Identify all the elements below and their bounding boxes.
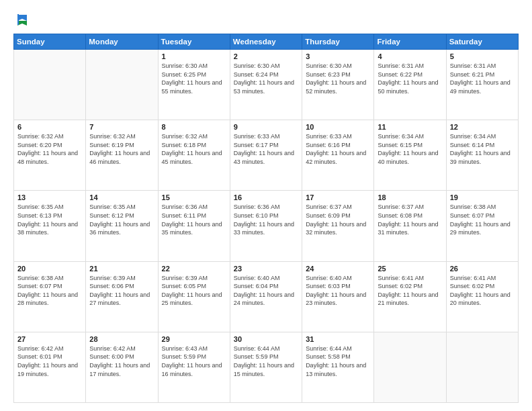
day-info: Sunrise: 6:31 AMSunset: 6:22 PMDaylight:… [378, 62, 442, 95]
calendar-cell: 4Sunrise: 6:31 AMSunset: 6:22 PMDaylight… [374, 50, 446, 120]
week-row-1: 1Sunrise: 6:30 AMSunset: 6:25 PMDaylight… [14, 50, 519, 120]
day-number: 19 [450, 193, 515, 201]
day-number: 2 [234, 52, 298, 60]
day-info: Sunrise: 6:43 AMSunset: 5:59 PMDaylight:… [162, 345, 226, 378]
calendar-cell: 9Sunrise: 6:33 AMSunset: 6:17 PMDaylight… [230, 120, 302, 191]
calendar-cell: 7Sunrise: 6:32 AMSunset: 6:19 PMDaylight… [86, 120, 158, 191]
weekday-header-thursday: Thursday [302, 34, 374, 50]
calendar-cell: 1Sunrise: 6:30 AMSunset: 6:25 PMDaylight… [158, 50, 230, 120]
day-info: Sunrise: 6:32 AMSunset: 6:20 PMDaylight:… [17, 132, 82, 166]
day-number: 22 [162, 265, 226, 273]
day-number: 24 [306, 265, 370, 273]
day-number: 14 [89, 193, 154, 201]
day-info: Sunrise: 6:41 AMSunset: 6:02 PMDaylight:… [450, 274, 515, 308]
weekday-header-sunday: Sunday [14, 34, 86, 50]
calendar-cell: 25Sunrise: 6:41 AMSunset: 6:02 PMDayligh… [374, 261, 446, 332]
day-number: 9 [234, 123, 298, 131]
day-number: 23 [234, 265, 298, 273]
calendar-cell: 31Sunrise: 6:44 AMSunset: 5:58 PMDayligh… [302, 332, 374, 402]
calendar-cell: 21Sunrise: 6:39 AMSunset: 6:06 PMDayligh… [86, 261, 158, 332]
calendar-cell: 16Sunrise: 6:36 AMSunset: 6:10 PMDayligh… [230, 191, 302, 261]
page: SundayMondayTuesdayWednesdayThursdayFrid… [0, 0, 532, 411]
week-row-3: 13Sunrise: 6:35 AMSunset: 6:13 PMDayligh… [14, 191, 519, 261]
day-number: 1 [162, 52, 226, 60]
day-info: Sunrise: 6:38 AMSunset: 6:07 PMDaylight:… [450, 203, 515, 236]
day-info: Sunrise: 6:30 AMSunset: 6:23 PMDaylight:… [306, 62, 370, 95]
calendar-cell: 3Sunrise: 6:30 AMSunset: 6:23 PMDaylight… [302, 50, 374, 120]
day-info: Sunrise: 6:37 AMSunset: 6:09 PMDaylight:… [306, 203, 370, 236]
week-row-2: 6Sunrise: 6:32 AMSunset: 6:20 PMDaylight… [14, 120, 519, 191]
calendar-cell: 18Sunrise: 6:37 AMSunset: 6:08 PMDayligh… [374, 191, 446, 261]
calendar-cell [374, 332, 446, 402]
weekday-header-row: SundayMondayTuesdayWednesdayThursdayFrid… [14, 34, 519, 50]
logo-text [13, 12, 30, 27]
weekday-header-monday: Monday [86, 34, 158, 50]
calendar-cell: 11Sunrise: 6:34 AMSunset: 6:15 PMDayligh… [374, 120, 446, 191]
day-info: Sunrise: 6:30 AMSunset: 6:25 PMDaylight:… [162, 62, 226, 95]
calendar-cell [86, 50, 158, 120]
day-number: 6 [17, 123, 82, 131]
day-info: Sunrise: 6:42 AMSunset: 6:00 PMDaylight:… [89, 345, 154, 378]
calendar-cell: 19Sunrise: 6:38 AMSunset: 6:07 PMDayligh… [446, 191, 518, 261]
weekday-header-wednesday: Wednesday [230, 34, 302, 50]
day-info: Sunrise: 6:34 AMSunset: 6:14 PMDaylight:… [450, 132, 515, 166]
day-info: Sunrise: 6:31 AMSunset: 6:21 PMDaylight:… [450, 62, 515, 95]
day-number: 26 [450, 265, 515, 273]
calendar-table: SundayMondayTuesdayWednesdayThursdayFrid… [13, 34, 519, 403]
calendar-cell: 27Sunrise: 6:42 AMSunset: 6:01 PMDayligh… [14, 332, 86, 402]
calendar-cell [14, 50, 86, 120]
day-info: Sunrise: 6:42 AMSunset: 6:01 PMDaylight:… [17, 345, 82, 378]
calendar-cell: 12Sunrise: 6:34 AMSunset: 6:14 PMDayligh… [446, 120, 518, 191]
svg-rect-2 [17, 14, 19, 25]
day-number: 11 [378, 123, 442, 131]
calendar-cell: 13Sunrise: 6:35 AMSunset: 6:13 PMDayligh… [14, 191, 86, 261]
week-row-4: 20Sunrise: 6:38 AMSunset: 6:07 PMDayligh… [14, 261, 519, 332]
calendar-cell: 24Sunrise: 6:40 AMSunset: 6:03 PMDayligh… [302, 261, 374, 332]
logo-flag-icon [15, 12, 30, 27]
day-number: 13 [17, 193, 82, 201]
calendar-cell: 30Sunrise: 6:44 AMSunset: 5:59 PMDayligh… [230, 332, 302, 402]
weekday-header-saturday: Saturday [446, 34, 518, 50]
calendar-cell: 10Sunrise: 6:33 AMSunset: 6:16 PMDayligh… [302, 120, 374, 191]
day-info: Sunrise: 6:30 AMSunset: 6:24 PMDaylight:… [234, 62, 298, 95]
day-number: 25 [378, 265, 442, 273]
day-info: Sunrise: 6:32 AMSunset: 6:18 PMDaylight:… [162, 132, 226, 166]
day-number: 21 [89, 265, 154, 273]
calendar-cell: 28Sunrise: 6:42 AMSunset: 6:00 PMDayligh… [86, 332, 158, 402]
day-number: 27 [17, 335, 82, 343]
calendar-cell: 5Sunrise: 6:31 AMSunset: 6:21 PMDaylight… [446, 50, 518, 120]
day-info: Sunrise: 6:44 AMSunset: 5:58 PMDaylight:… [306, 345, 370, 378]
day-number: 4 [378, 52, 442, 60]
calendar-cell: 6Sunrise: 6:32 AMSunset: 6:20 PMDaylight… [14, 120, 86, 191]
day-info: Sunrise: 6:36 AMSunset: 6:11 PMDaylight:… [162, 203, 226, 236]
svg-marker-0 [17, 15, 27, 21]
day-number: 15 [162, 193, 226, 201]
calendar-cell: 2Sunrise: 6:30 AMSunset: 6:24 PMDaylight… [230, 50, 302, 120]
weekday-header-tuesday: Tuesday [158, 34, 230, 50]
weekday-header-friday: Friday [374, 34, 446, 50]
day-number: 18 [378, 193, 442, 201]
day-number: 8 [162, 123, 226, 131]
day-info: Sunrise: 6:39 AMSunset: 6:06 PMDaylight:… [89, 274, 154, 308]
calendar-cell: 23Sunrise: 6:40 AMSunset: 6:04 PMDayligh… [230, 261, 302, 332]
day-number: 7 [89, 123, 154, 131]
svg-marker-1 [17, 21, 27, 26]
calendar-cell: 17Sunrise: 6:37 AMSunset: 6:09 PMDayligh… [302, 191, 374, 261]
day-number: 29 [162, 335, 226, 343]
header [13, 12, 519, 27]
day-info: Sunrise: 6:38 AMSunset: 6:07 PMDaylight:… [17, 274, 82, 308]
week-row-5: 27Sunrise: 6:42 AMSunset: 6:01 PMDayligh… [14, 332, 519, 402]
day-number: 12 [450, 123, 515, 131]
day-info: Sunrise: 6:32 AMSunset: 6:19 PMDaylight:… [89, 132, 154, 166]
day-number: 28 [89, 335, 154, 343]
day-number: 20 [17, 265, 82, 273]
calendar-cell: 26Sunrise: 6:41 AMSunset: 6:02 PMDayligh… [446, 261, 518, 332]
day-number: 16 [234, 193, 298, 201]
calendar-cell: 29Sunrise: 6:43 AMSunset: 5:59 PMDayligh… [158, 332, 230, 402]
day-info: Sunrise: 6:36 AMSunset: 6:10 PMDaylight:… [234, 203, 298, 236]
day-info: Sunrise: 6:41 AMSunset: 6:02 PMDaylight:… [378, 274, 442, 308]
day-info: Sunrise: 6:33 AMSunset: 6:17 PMDaylight:… [234, 132, 298, 166]
day-info: Sunrise: 6:40 AMSunset: 6:03 PMDaylight:… [306, 274, 370, 308]
day-number: 10 [306, 123, 370, 131]
day-number: 17 [306, 193, 370, 201]
